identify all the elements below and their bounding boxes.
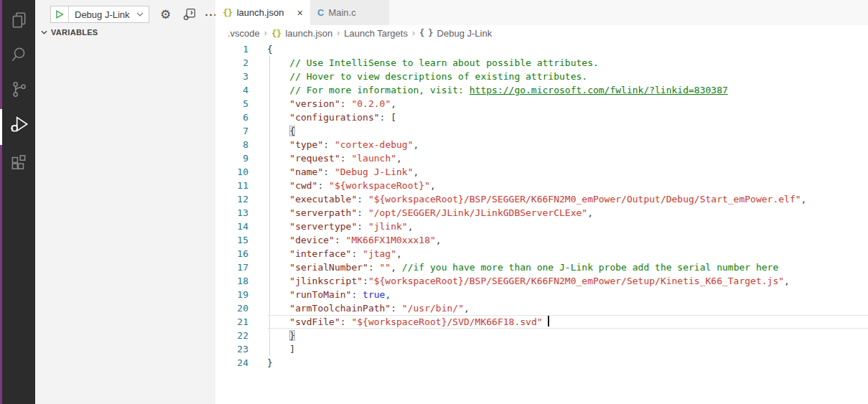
line-content: "armToolchainPath": "/usr/bin/", [267, 301, 868, 315]
code-editor[interactable]: 1{2 // Use IntelliSense to learn about p… [215, 41, 868, 404]
code-line[interactable]: 16 "interface": "jtag", [215, 247, 868, 260]
json-file-icon: {} [223, 7, 233, 18]
tab-label: Main.c [328, 7, 355, 18]
code-line[interactable]: 17 "serialNumber": "", //if you have mor… [215, 260, 868, 274]
explorer-icon[interactable] [2, 6, 35, 34]
line-number: 16 [215, 247, 267, 260]
code-line[interactable]: 5 "version": "0.2.0", [215, 97, 868, 111]
line-number: 15 [215, 233, 267, 247]
run-and-debug-icon[interactable] [2, 110, 35, 138]
line-content: "runToMain": true, [267, 288, 868, 301]
line-content: "type": "cortex-debug", [267, 138, 868, 151]
code-line[interactable]: 1{ [215, 42, 868, 56]
source-control-icon[interactable] [2, 75, 35, 103]
object-symbol-icon: { } [419, 28, 433, 38]
breadcrumb-item-launch-targets[interactable]: Launch Targets [344, 28, 408, 39]
line-content: "device": "MK66FX1M0xxx18", [267, 233, 868, 247]
variables-section-header[interactable]: VARIABLES [41, 28, 98, 37]
line-content: // Use IntelliSense to learn about possi… [267, 56, 868, 70]
line-content: { [267, 42, 868, 56]
line-number: 10 [215, 165, 267, 179]
chevron-down-icon [136, 12, 149, 17]
line-number: 11 [215, 179, 267, 192]
code-line[interactable]: 15 "device": "MK66FX1M0xxx18", [215, 233, 868, 247]
line-number: 17 [215, 260, 267, 274]
line-content: // Hover to view descriptions of existin… [267, 70, 868, 83]
code-line[interactable]: 24} [215, 356, 868, 370]
line-number: 12 [215, 192, 267, 206]
code-line[interactable]: 6 "configurations": [ [215, 111, 868, 124]
line-number: 2 [215, 56, 267, 70]
line-number: 9 [215, 151, 267, 165]
debug-sidebar: Debug J-Link ⚙ ··· VARIABLES [35, 0, 215, 404]
search-icon[interactable] [2, 40, 35, 69]
line-content: "interface": "jtag", [267, 247, 868, 260]
line-number: 5 [215, 97, 267, 111]
line-number: 14 [215, 220, 267, 233]
debug-toolbar: Debug J-Link ⚙ ··· [50, 6, 218, 23]
line-number: 18 [215, 274, 267, 288]
code-line[interactable]: 13 "serverpath": "/opt/SEGGER/JLink/JLin… [215, 206, 868, 220]
line-number: 23 [215, 342, 267, 356]
breadcrumb: .vscode › {} launch.json › Launch Target… [215, 25, 868, 41]
line-number: 20 [215, 301, 267, 315]
line-number: 7 [215, 124, 267, 138]
line-number: 24 [215, 356, 267, 370]
code-line[interactable]: 11 "cwd": "${workspaceRoot}", [215, 179, 868, 192]
chevron-down-icon [41, 30, 47, 34]
text-cursor [548, 316, 549, 327]
tab-launch-json[interactable]: {} launch.json × [215, 0, 310, 25]
line-content: "servertype": "jlink", [267, 220, 868, 233]
line-number: 8 [215, 138, 267, 151]
breadcrumb-separator: › [412, 28, 415, 38]
line-content: // For more information, visit: https://… [267, 83, 868, 97]
line-number: 13 [215, 206, 267, 220]
vscode-window: Debug J-Link ⚙ ··· VARIABLES [0, 0, 868, 404]
code-line[interactable]: 2 // Use IntelliSense to learn about pos… [215, 56, 868, 70]
breadcrumb-item-launch-json[interactable]: launch.json [285, 28, 332, 39]
line-content: "request": "launch", [267, 151, 868, 165]
breadcrumb-item-vscode[interactable]: .vscode [228, 28, 260, 39]
code-line[interactable]: 22 } [215, 329, 868, 342]
line-content: "configurations": [ [267, 111, 868, 124]
debug-console-icon[interactable] [182, 7, 197, 22]
code-line[interactable]: 18 "jlinkscript":"${workspaceRoot}/BSP/S… [215, 274, 868, 288]
json-file-icon: {} [271, 28, 281, 39]
line-content: "serialNumber": "", //if you have more t… [267, 260, 868, 274]
code-lines: 1{2 // Use IntelliSense to learn about p… [215, 41, 868, 370]
tab-main-c[interactable]: C Main.c [310, 0, 389, 25]
line-content: ] [267, 342, 868, 356]
line-number: 3 [215, 70, 267, 83]
extensions-icon[interactable] [2, 148, 35, 177]
code-line[interactable]: 14 "servertype": "jlink", [215, 220, 868, 233]
start-debug-icon[interactable] [51, 6, 69, 22]
line-number: 6 [215, 111, 267, 124]
breadcrumb-item-debug-jlink[interactable]: Debug J-Link [437, 28, 493, 39]
code-line[interactable]: 3 // Hover to view descriptions of exist… [215, 70, 868, 83]
code-line[interactable]: 23 ] [215, 342, 868, 356]
launch-config-label[interactable]: Debug J-Link [69, 9, 136, 20]
line-content: "serverpath": "/opt/SEGGER/JLink/JLinkGD… [267, 206, 868, 220]
code-line[interactable]: 21 "svdFile": "${workspaceRoot}/SVD/MK66… [215, 315, 868, 329]
close-icon[interactable]: × [297, 7, 303, 19]
gear-icon[interactable]: ⚙ [159, 7, 173, 22]
code-line[interactable]: 12 "executable": "${workspaceRoot}/BSP/S… [215, 192, 868, 206]
code-line[interactable]: 4 // For more information, visit: https:… [215, 83, 868, 97]
code-line[interactable]: 9 "request": "launch", [215, 151, 868, 165]
editor-group: {} launch.json × C Main.c .vscode › {} l… [215, 0, 868, 404]
code-line[interactable]: 8 "type": "cortex-debug", [215, 138, 868, 151]
line-content: } [267, 329, 868, 342]
code-line[interactable]: 20 "armToolchainPath": "/usr/bin/", [215, 301, 868, 315]
code-line[interactable]: 10 "name": "Debug J-Link", [215, 165, 868, 179]
line-content: "name": "Debug J-Link", [267, 165, 868, 179]
breadcrumb-separator: › [264, 28, 267, 38]
c-file-icon: C [317, 7, 324, 18]
code-line[interactable]: 7 { [215, 124, 868, 138]
line-content: "executable": "${workspaceRoot}/BSP/SEGG… [267, 192, 868, 206]
activity-bar [2, 0, 35, 404]
line-content: "version": "0.2.0", [267, 97, 868, 111]
code-line[interactable]: 19 "runToMain": true, [215, 288, 868, 301]
line-content: "jlinkscript":"${workspaceRoot}/BSP/SEGG… [267, 274, 868, 288]
launch-config-dropdown[interactable]: Debug J-Link [50, 6, 149, 23]
line-content: { [267, 124, 868, 138]
